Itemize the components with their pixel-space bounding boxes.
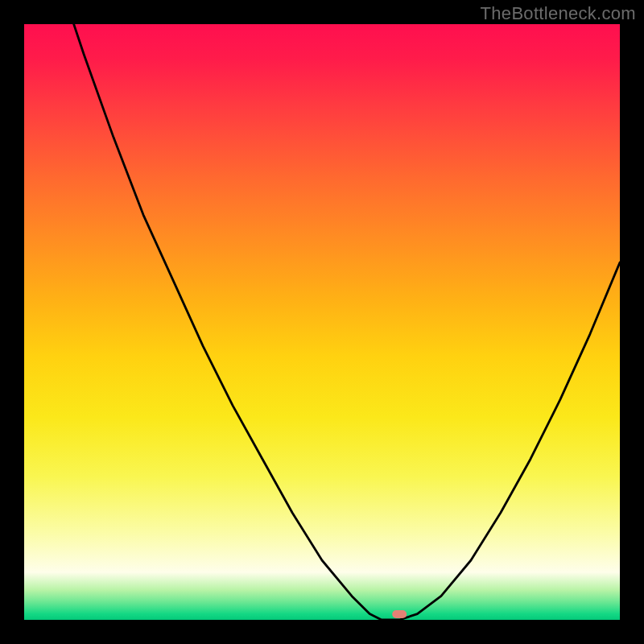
watermark-text: TheBottleneck.com xyxy=(481,3,636,24)
plot-area xyxy=(24,24,620,620)
curve-layer xyxy=(24,24,620,620)
chart-frame: TheBottleneck.com xyxy=(0,0,644,644)
optimum-marker xyxy=(392,610,407,618)
bottleneck-curve xyxy=(24,24,620,620)
